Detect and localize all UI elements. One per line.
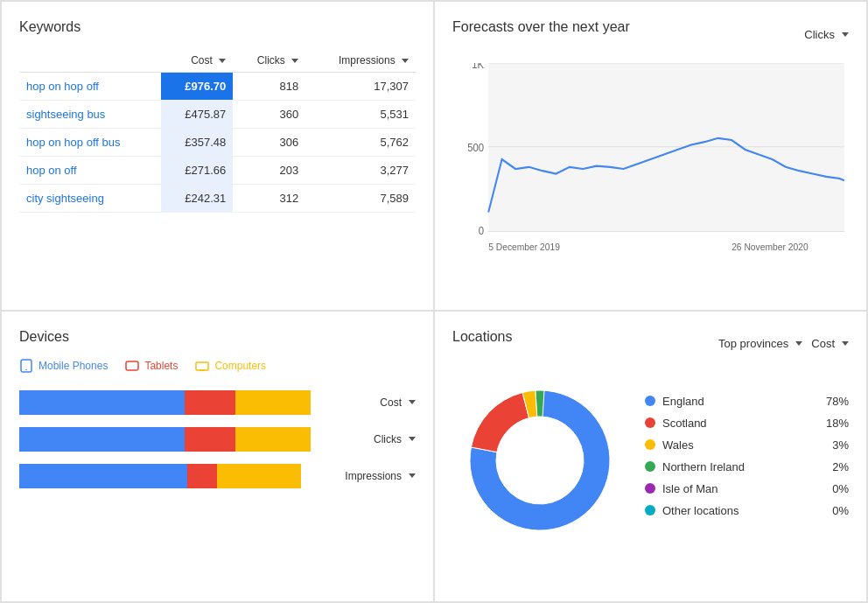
keyword-name[interactable]: sightseeing bus <box>19 101 161 129</box>
location-name: England <box>662 395 819 408</box>
location-pct: 2% <box>832 460 849 473</box>
devices-panel: Devices Mobile PhonesTabletsComputers Co… <box>1 311 434 603</box>
device-label: Mobile Phones <box>38 360 108 372</box>
bar-segment <box>187 464 217 488</box>
bar-track <box>19 427 319 452</box>
keyword-impressions: 7,589 <box>305 185 416 213</box>
bar-track <box>19 464 319 488</box>
location-pct: 0% <box>832 504 849 517</box>
keyword-clicks: 306 <box>233 129 305 157</box>
device-legend-item[interactable]: Mobile Phones <box>19 359 108 373</box>
bar-label[interactable]: Clicks <box>319 433 416 445</box>
svg-text:1K: 1K <box>472 63 484 70</box>
bar-segment <box>217 464 301 488</box>
provinces-dropdown[interactable]: Top provinces <box>718 337 802 350</box>
list-item: Northern Ireland 2% <box>645 460 849 473</box>
bar-label[interactable]: Cost <box>319 396 416 409</box>
bar-segment <box>185 390 235 415</box>
device-icon <box>19 359 33 373</box>
bar-group: Clicks <box>19 427 416 452</box>
keyword-clicks: 360 <box>233 101 305 129</box>
keyword-name[interactable]: city sightseeing <box>19 185 161 213</box>
location-pct: 78% <box>826 395 849 408</box>
clicks-sort-arrow <box>291 59 298 63</box>
device-label: Computers <box>214 360 266 372</box>
forecasts-dropdown-arrow <box>842 32 849 37</box>
col-header-keyword <box>19 49 161 73</box>
table-row: city sightseeing£242.313127,589 <box>19 185 416 213</box>
keyword-name[interactable]: hop on off <box>19 157 161 185</box>
devices-bars: CostClicksImpressions <box>19 390 416 488</box>
svg-rect-11 <box>126 361 138 370</box>
locations-controls: Top provinces Cost <box>718 337 849 350</box>
keyword-name[interactable]: hop on hop off bus <box>19 129 161 157</box>
bar-segment <box>19 464 187 488</box>
legend-dot <box>645 439 655 450</box>
table-row: hop on off£271.662033,277 <box>19 157 416 185</box>
table-row: hop on hop off bus£357.483065,762 <box>19 129 416 157</box>
svg-rect-12 <box>196 362 208 370</box>
legend-dot <box>645 505 655 515</box>
impressions-sort-arrow <box>402 59 409 63</box>
bar-track <box>19 390 319 415</box>
locations-panel: Locations Top provinces Cost England 78%… <box>434 311 867 603</box>
location-name: Wales <box>662 438 825 452</box>
provinces-dropdown-arrow <box>795 341 802 346</box>
col-header-impressions[interactable]: Impressions <box>305 49 416 73</box>
keyword-cost: £242.31 <box>161 185 234 213</box>
table-row: hop on hop off£976.7081817,307 <box>19 73 416 101</box>
locations-title: Locations <box>452 329 513 345</box>
location-pct: 18% <box>826 417 849 430</box>
bar-sort-arrow <box>409 400 416 404</box>
bar-group: Impressions <box>19 464 416 488</box>
forecast-svg: 1K 500 0 5 December 2019 26 November 202… <box>452 63 849 256</box>
keyword-impressions: 5,531 <box>305 101 416 129</box>
keyword-clicks: 818 <box>233 73 305 101</box>
table-row: sightseeing bus£475.873605,531 <box>19 101 416 129</box>
legend-dot <box>645 461 655 472</box>
location-pct: 3% <box>832 438 849 452</box>
locations-header: Locations Top provinces Cost <box>452 329 849 359</box>
location-name: Other locations <box>662 504 825 517</box>
bar-label[interactable]: Impressions <box>319 470 416 482</box>
legend-dot <box>645 396 655 406</box>
cost-dropdown[interactable]: Cost <box>811 337 849 350</box>
keywords-panel: Keywords Cost Clicks Impressions <box>1 1 434 311</box>
location-pct: 0% <box>832 482 849 495</box>
forecasts-panel: Forecasts over the next year Clicks 1K 5… <box>434 1 867 311</box>
list-item: Scotland 18% <box>645 417 849 430</box>
col-header-cost[interactable]: Cost <box>161 49 234 73</box>
device-icon <box>125 359 139 373</box>
device-legend-item[interactable]: Computers <box>195 359 266 373</box>
location-name: Isle of Man <box>662 482 825 495</box>
forecasts-metric-dropdown[interactable]: Clicks <box>804 28 849 41</box>
keywords-table: Cost Clicks Impressions hop on hop off£9… <box>19 49 416 213</box>
device-icon <box>195 359 209 373</box>
keyword-name[interactable]: hop on hop off <box>19 73 161 101</box>
svg-text:5 December 2019: 5 December 2019 <box>488 242 560 252</box>
device-legend-item[interactable]: Tablets <box>125 359 178 373</box>
bar-segment <box>185 427 235 452</box>
devices-title: Devices <box>19 329 416 345</box>
list-item: Other locations 0% <box>645 504 849 517</box>
locations-body: England 78% Scotland 18% Wales 3% Northe… <box>452 373 849 548</box>
bar-group: Cost <box>19 390 416 415</box>
keyword-cost: £475.87 <box>161 101 234 129</box>
devices-legend: Mobile PhonesTabletsComputers <box>19 359 416 373</box>
svg-text:26 November 2020: 26 November 2020 <box>732 242 808 252</box>
keyword-impressions: 5,762 <box>305 129 416 157</box>
list-item: Wales 3% <box>645 438 849 452</box>
donut-svg <box>452 373 627 548</box>
forecasts-title: Forecasts over the next year <box>452 19 630 35</box>
forecasts-header: Forecasts over the next year Clicks <box>452 19 849 49</box>
location-name: Scotland <box>662 417 819 430</box>
col-header-clicks[interactable]: Clicks <box>233 49 305 73</box>
keyword-impressions: 17,307 <box>305 73 416 101</box>
keyword-impressions: 3,277 <box>305 157 416 185</box>
keyword-clicks: 203 <box>233 157 305 185</box>
bar-segment <box>235 390 311 415</box>
list-item: Isle of Man 0% <box>645 482 849 495</box>
legend-dot <box>645 483 655 494</box>
locations-legend: England 78% Scotland 18% Wales 3% Northe… <box>645 395 849 526</box>
cost-dropdown-arrow <box>842 341 849 346</box>
